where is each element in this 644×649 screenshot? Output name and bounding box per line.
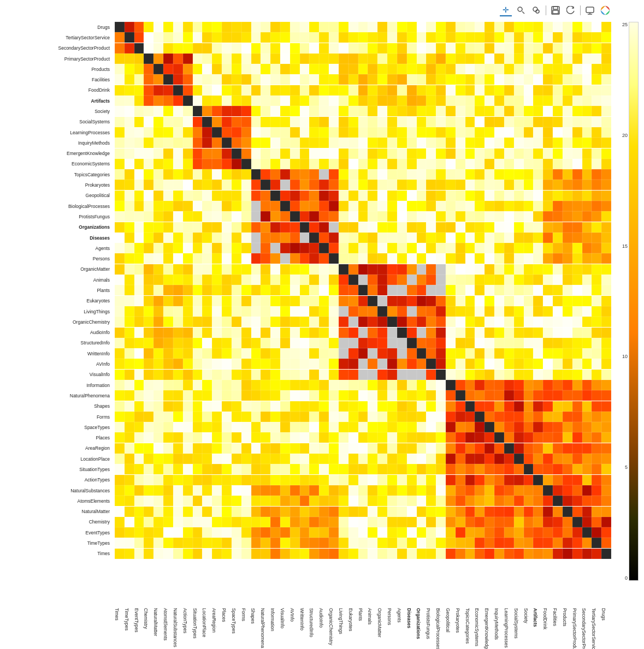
x-label-0: Times — [114, 608, 120, 621]
x-label-14: Shapes — [250, 608, 256, 624]
colorbar-label-20: 20 — [622, 133, 628, 138]
colorbar-label-0: 0 — [622, 575, 628, 581]
y-label-6: FoodDrink — [88, 87, 110, 93]
y-label-17: BiologicalProcesses — [68, 204, 110, 209]
y-label-36: Shapes — [94, 403, 110, 409]
y-label-49: TimeTypes — [87, 540, 110, 546]
y-label-40: AreaRegion — [85, 445, 110, 451]
y-label-46: NaturalMatter — [82, 509, 110, 514]
x-label-37: EconomicSystems — [474, 608, 480, 646]
y-label-18: ProtistsFungus — [79, 214, 110, 219]
y-label-5: Facilities — [92, 77, 110, 82]
x-label-9: LocationPlace — [202, 608, 207, 637]
y-label-48: EventTypes — [86, 530, 110, 535]
y-label-20: Diseases — [90, 235, 110, 241]
x-label-27: OrganicMatter — [377, 608, 382, 638]
x-label-25: Plants — [358, 608, 363, 621]
info-icon[interactable] — [584, 4, 596, 16]
x-label-47: PrimarySectorProduct — [572, 608, 577, 649]
toolbar-divider-2 — [580, 5, 581, 15]
y-label-14: TopicsCategories — [74, 172, 110, 177]
y-label-25: Plants — [97, 288, 110, 293]
x-label-5: AtomsElements — [163, 608, 168, 641]
svg-rect-6 — [553, 10, 558, 14]
x-label-42: Society — [523, 608, 529, 623]
svg-point-11 — [604, 9, 607, 12]
x-label-34: Geopolitical — [445, 608, 451, 632]
pan-icon[interactable]: ✛ — [500, 4, 512, 16]
y-label-42: SituationTypes — [79, 467, 110, 472]
y-label-23: OrganicMatter — [80, 266, 110, 272]
y-label-22: Persons — [93, 256, 110, 261]
color-wheel-icon[interactable] — [599, 4, 611, 16]
y-label-4: Products — [91, 67, 110, 72]
x-label-38: EmergentKnowledge — [484, 608, 489, 649]
y-label-3: PrimarySectorProduct — [64, 56, 110, 62]
y-label-16: Geopolitical — [86, 193, 110, 198]
y-label-2: SecondarySectorProduct — [58, 45, 110, 51]
heatmap-wrapper — [115, 22, 611, 581]
x-label-2: EventTypes — [134, 608, 139, 632]
y-label-13: EconomicSystems — [72, 161, 110, 166]
x-label-11: Places — [221, 608, 227, 622]
y-label-19: Organizations — [79, 224, 110, 230]
y-label-0: Drugs — [97, 25, 110, 30]
y-label-11: InquiryMethods — [78, 140, 110, 146]
x-label-26: Animals — [367, 608, 373, 624]
x-label-35: Prokaryotes — [455, 608, 460, 633]
x-label-40: LearningProcesses — [504, 608, 509, 648]
y-label-39: Places — [96, 435, 110, 440]
save-icon[interactable] — [550, 4, 562, 16]
x-label-1: TimeTypes — [124, 608, 129, 630]
x-label-18: AVInfo — [289, 608, 295, 622]
y-label-29: AudioInfo — [90, 330, 110, 335]
y-label-24: Animals — [93, 277, 110, 283]
y-label-9: SocialSystems — [79, 119, 110, 124]
x-label-10: AreaRegion — [211, 608, 217, 633]
x-label-49: TertiarySectorService — [591, 608, 596, 649]
x-label-29: Agents — [397, 608, 402, 622]
x-label-36: TopicsCategories — [465, 608, 470, 644]
colorbar-label-5: 5 — [622, 465, 628, 470]
toolbar-divider-1 — [546, 5, 546, 15]
x-label-24: Eukaryotes — [348, 608, 353, 632]
y-label-37: Forms — [97, 414, 110, 420]
x-label-28: Persons — [387, 608, 392, 625]
y-label-38: SpaceTypes — [84, 425, 110, 430]
x-label-32: ProtistsFungus — [426, 608, 431, 639]
x-label-22: OrganicChemistry — [328, 608, 334, 645]
x-label-6: NaturalSubstances — [173, 608, 178, 647]
colorbar — [629, 22, 639, 581]
x-label-31: Organizations — [416, 608, 421, 639]
lasso-icon[interactable] — [530, 4, 542, 16]
x-label-48: SecondarySectorProduct — [581, 608, 587, 649]
y-label-27: LivingThings — [84, 309, 110, 314]
heatmap-canvas — [115, 22, 611, 559]
x-label-16: Information — [270, 608, 275, 632]
y-label-30: StructuredInfo — [81, 340, 110, 346]
x-label-45: Facilities — [552, 608, 558, 626]
x-label-41: SocialSystems — [513, 608, 519, 639]
x-label-23: LivingThings — [338, 608, 344, 634]
svg-rect-5 — [553, 7, 558, 9]
colorbar-labels: 25 20 15 10 5 0 — [622, 22, 628, 581]
zoom-icon[interactable] — [515, 4, 527, 16]
x-label-39: InquiryMethods — [494, 608, 499, 640]
refresh-icon[interactable] — [565, 4, 577, 16]
x-label-44: FoodDrink — [542, 608, 548, 629]
y-label-7: Artifacts — [91, 98, 110, 104]
x-label-43: Artifacts — [533, 608, 538, 627]
y-label-44: NaturalSubstances — [70, 488, 110, 493]
x-label-12: SpaceTypes — [231, 608, 237, 634]
y-label-50: Times — [97, 551, 110, 556]
y-label-10: LearningProcesses — [70, 130, 110, 135]
y-label-26: Eukaryotes — [86, 298, 110, 303]
y-label-33: VisualInfo — [90, 372, 110, 377]
x-label-20: StructuredInfo — [309, 608, 314, 637]
x-label-50: Drugs — [601, 608, 606, 621]
x-label-15: NaturalPhenomena — [260, 608, 265, 648]
y-label-28: OrganicChemistry — [73, 319, 110, 325]
x-label-4: NaturalMatter — [153, 608, 158, 636]
svg-rect-7 — [586, 7, 594, 13]
svg-line-1 — [522, 11, 524, 14]
